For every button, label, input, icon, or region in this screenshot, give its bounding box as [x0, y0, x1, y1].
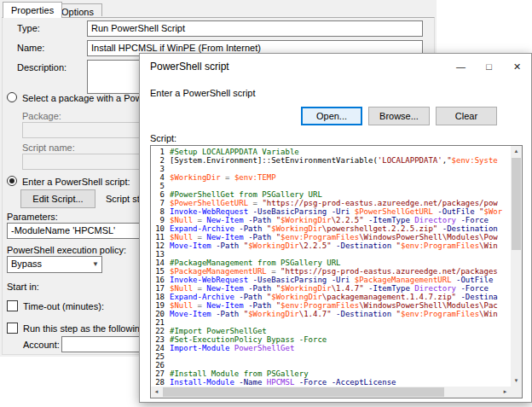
vertical-scroll-thumb[interactable]: [512, 158, 521, 250]
maximize-icon: □: [486, 61, 492, 72]
code-line: 14#PackageManagement from PSGallery URL: [153, 259, 510, 267]
code-line: 26: [153, 361, 510, 369]
code-line: 21: [153, 318, 510, 327]
line-number: 4: [153, 173, 170, 182]
code-line: 19$Null = New-Item -Path "$env:ProgramFi…: [153, 301, 510, 310]
start-in-label: Start in:: [7, 282, 39, 292]
line-number: 14: [153, 259, 170, 267]
line-number: 2: [153, 156, 170, 165]
line-number: 27: [153, 369, 170, 378]
code-line: 23#Set-ExecutionPolicy Bypass -Force: [153, 335, 510, 344]
dialog-title: PowerShell script: [150, 54, 229, 79]
scroll-down-icon[interactable]: ▼: [511, 375, 522, 387]
code-text: $Null = New-Item -Path "$env:ProgramFile…: [170, 301, 498, 310]
line-number: 21: [153, 318, 170, 327]
open-button[interactable]: Open...: [301, 107, 362, 125]
powershell-script-dialog: PowerShell script — □ ✕ Enter a PowerShe…: [139, 53, 532, 403]
line-number: 5: [153, 182, 170, 190]
browse-button[interactable]: Browse...: [368, 107, 430, 125]
code-text: $Null = New-Item -Path "$WorkingDir\2.2.…: [170, 216, 489, 224]
line-number: 8: [153, 207, 170, 216]
close-icon: ✕: [513, 61, 521, 72]
account-label: Account:: [23, 340, 60, 350]
horizontal-scrollbar[interactable]: ◄ ►: [151, 387, 511, 398]
scrollbar-corner: [511, 387, 522, 398]
line-number: 3: [153, 165, 170, 173]
code-text: $Null = New-Item -Path "$env:ProgramFile…: [170, 233, 498, 241]
line-number: 1: [153, 148, 170, 156]
code-text: Install-Module -Name HPCMSL -Force -Acce…: [170, 378, 396, 386]
line-number: 25: [153, 352, 170, 361]
code-text: #Set-ExecutionPolicy Bypass -Force: [170, 335, 327, 344]
line-number: 13: [153, 250, 170, 259]
line-number: 24: [153, 344, 170, 352]
timeout-checkbox[interactable]: [7, 300, 18, 311]
line-number: 20: [153, 310, 170, 318]
type-label: Type:: [17, 23, 40, 33]
code-line: 18Expand-Archive -Path "$WorkingDir\pack…: [153, 293, 510, 301]
script-name-label: Script name:: [22, 142, 75, 153]
code-line: 3: [153, 165, 510, 173]
chevron-down-icon: ▼: [92, 260, 99, 268]
code-text: $PowerShellGetURL = "https://psg-prod-ea…: [170, 199, 498, 207]
run-as-checkbox[interactable]: [7, 323, 18, 334]
code-line: 27#Install Module from PSGallery: [153, 369, 510, 378]
dialog-titlebar[interactable]: PowerShell script — □ ✕: [140, 54, 531, 79]
code-text: Invoke-WebRequest -UseBasicParsing -Uri …: [170, 276, 493, 284]
scroll-left-icon[interactable]: ◄: [151, 387, 162, 398]
horizontal-scroll-thumb[interactable]: [163, 387, 444, 397]
tab-properties[interactable]: Properties: [3, 2, 62, 18]
enter-script-radio-label: Enter a PowerShell script:: [22, 177, 130, 187]
line-number: 23: [153, 335, 170, 344]
clear-button[interactable]: Clear: [436, 107, 497, 125]
execution-policy-value: Bypass: [11, 259, 42, 269]
vertical-scrollbar[interactable]: ▲ ▼: [511, 146, 522, 387]
line-number: 6: [153, 190, 170, 199]
parameters-label: Parameters:: [7, 212, 58, 222]
line-number: 12: [153, 241, 170, 250]
script-label: Script:: [150, 133, 176, 143]
enter-script-radio[interactable]: [7, 176, 17, 186]
code-text: #Setup LOCALAPPDATA Variable: [170, 148, 299, 156]
close-button[interactable]: ✕: [503, 54, 531, 79]
timeout-label: Time-out (minutes):: [23, 301, 104, 311]
edit-script-button[interactable]: Edit Script...: [20, 189, 95, 208]
code-line: 12Move-Item -Path "$WorkingDir\2.2.5" -D…: [153, 241, 510, 250]
execution-policy-dropdown[interactable]: Bypass ▼: [7, 256, 102, 273]
line-number: 17: [153, 284, 170, 293]
code-text: $PackageManagementURL = "https://psg-pro…: [170, 267, 498, 276]
line-number: 28: [153, 378, 170, 386]
minimize-button[interactable]: —: [447, 54, 475, 79]
code-line: 10Expand-Archive -Path "$WorkingDir\powe…: [153, 224, 510, 233]
maximize-button[interactable]: □: [475, 54, 503, 79]
code-text: Expand-Archive -Path "$WorkingDir\powers…: [170, 224, 498, 233]
code-text: Invoke-WebRequest -UseBasicParsing -Uri …: [170, 207, 502, 216]
line-number: 15: [153, 267, 170, 276]
description-label: Description:: [17, 62, 66, 73]
code-line: 22#Import PowerShellGet: [153, 327, 510, 335]
code-text: #PowerShellGet from PSGallery URL: [170, 190, 322, 199]
code-line: 6#PowerShellGet from PSGallery URL: [153, 190, 510, 199]
line-number: 7: [153, 199, 170, 207]
code-line: 4$WorkingDir = $env:TEMP: [153, 173, 510, 182]
code-line: 8Invoke-WebRequest -UseBasicParsing -Uri…: [153, 207, 510, 216]
code-line: 16Invoke-WebRequest -UseBasicParsing -Ur…: [153, 276, 510, 284]
scroll-right-icon[interactable]: ►: [500, 387, 511, 398]
script-editor[interactable]: 1#Setup LOCALAPPDATA Variable2[System.En…: [150, 145, 523, 398]
scroll-up-icon[interactable]: ▲: [511, 146, 522, 157]
package-label: Package:: [22, 111, 61, 121]
dialog-subtitle: Enter a PowerShell script: [150, 88, 256, 98]
line-number: 18: [153, 293, 170, 301]
line-number: 26: [153, 361, 170, 369]
package-radio[interactable]: [7, 92, 17, 102]
code-line: 13: [153, 250, 510, 259]
line-number: 10: [153, 224, 170, 233]
code-line: 1#Setup LOCALAPPDATA Variable: [153, 148, 510, 156]
code-line: 2[System.Environment]::SetEnvironmentVar…: [153, 156, 510, 165]
type-field[interactable]: Run PowerShell Script: [87, 20, 423, 37]
code-line: 17$Null = New-Item -Path "$WorkingDir\1.…: [153, 284, 510, 293]
line-number: 9: [153, 216, 170, 224]
code-line: 5: [153, 182, 510, 190]
code-text: Move-Item -Path "$WorkingDir\2.2.5" -Des…: [170, 241, 498, 250]
code-line: 9$Null = New-Item -Path "$WorkingDir\2.2…: [153, 216, 510, 224]
